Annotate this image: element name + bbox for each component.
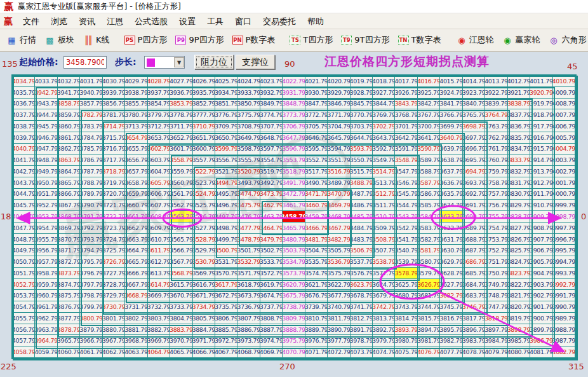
grid-cell[interactable]: 3950.79	[35, 177, 57, 189]
grid-cell[interactable]: 3556.79	[215, 154, 237, 166]
grid-cell[interactable]: 3704.79	[328, 121, 350, 132]
menu-item-窗口[interactable]: 窗口	[229, 15, 257, 27]
grid-cell[interactable]: 3935.79	[193, 87, 215, 99]
grid-cell[interactable]: 3536.79	[328, 256, 350, 268]
toolbar-button-K线[interactable]: ║║K线	[83, 34, 110, 46]
grid-cell[interactable]: 3880.79	[103, 324, 125, 336]
grid-cell[interactable]: 3763.79	[485, 121, 507, 132]
grid-cell[interactable]: 3480.79	[283, 234, 305, 245]
grid-cell[interactable]: 3938.79	[125, 87, 147, 99]
grid-cell[interactable]: 3753.79	[485, 234, 507, 245]
grid-cell[interactable]: 3726.79	[103, 256, 125, 268]
grid-cell[interactable]: 3841.79	[440, 99, 462, 110]
grid-cell[interactable]: 4054.79	[13, 301, 35, 313]
grid-cell[interactable]: 3488.79	[351, 177, 373, 189]
grid-cell[interactable]: 3615.79	[170, 279, 192, 291]
toolbar-button-T四方形[interactable]: TST四方形	[290, 34, 333, 46]
grid-cell[interactable]: 3906.79	[530, 245, 552, 256]
grid-cell[interactable]: 3956.79	[35, 245, 57, 256]
grid-cell[interactable]: 3932.79	[260, 87, 283, 99]
menu-item-公式选股[interactable]: 公式选股	[129, 15, 173, 27]
grid-cell[interactable]: 3563.79	[170, 211, 192, 223]
grid-cell[interactable]: 3508.79	[373, 234, 395, 245]
grid-cell[interactable]: 3715.79	[103, 132, 125, 144]
grid-cell[interactable]: 3557.79	[193, 154, 215, 166]
grid-cell[interactable]: 3885.79	[215, 324, 237, 336]
grid-cell[interactable]: 3690.79	[463, 211, 485, 223]
grid-cell[interactable]: 3845.79	[351, 99, 373, 110]
grid-cell[interactable]: 3641.79	[418, 132, 440, 144]
grid-cell[interactable]: 3583.79	[418, 223, 440, 234]
grid-cell[interactable]: 3598.79	[237, 144, 260, 155]
grid-cell[interactable]: 3510.79	[373, 211, 395, 223]
grid-cell[interactable]: 3574.79	[305, 268, 328, 279]
grid-cell[interactable]: 3461.79	[283, 200, 305, 211]
grid-cell[interactable]: 3494.79	[215, 177, 237, 189]
grid-cell[interactable]: 3506.79	[351, 245, 373, 256]
grid-cell[interactable]: 3751.79	[485, 256, 507, 268]
grid-cell[interactable]: 3602.79	[148, 144, 170, 155]
grid-cell[interactable]: 4049.79	[13, 245, 35, 256]
grid-cell[interactable]: 3511.79	[373, 200, 395, 211]
grid-cell[interactable]: 3490.79	[305, 177, 328, 189]
grid-cell[interactable]: 4028.79	[148, 76, 170, 87]
grid-cell[interactable]: 3961.79	[35, 301, 57, 313]
grid-cell[interactable]: 3955.79	[35, 234, 57, 245]
grid-cell[interactable]: 3527.79	[193, 223, 215, 234]
grid-cell[interactable]: 3657.79	[125, 166, 147, 177]
grid-cell[interactable]: 3849.79	[260, 99, 283, 110]
grid-cell[interactable]: 3575.79	[328, 268, 350, 279]
grid-cell[interactable]: 3838.79	[508, 99, 530, 110]
grid-cell[interactable]: 3555.79	[237, 154, 260, 166]
grid-cell[interactable]: 3476.79	[237, 211, 260, 223]
grid-cell[interactable]: 3724.79	[103, 234, 125, 245]
grid-cell[interactable]: 3995.79	[553, 245, 575, 256]
grid-cell[interactable]: 3712.79	[148, 121, 170, 132]
grid-cell[interactable]: 3936.79	[170, 87, 192, 99]
grid-cell[interactable]: 3540.79	[395, 245, 417, 256]
grid-cell[interactable]: 3732.79	[148, 301, 170, 313]
menu-item-浏览[interactable]: 浏览	[45, 15, 73, 27]
grid-cell[interactable]: 3775.79	[237, 109, 260, 121]
grid-cell[interactable]: 3627.79	[440, 279, 462, 291]
grid-cell[interactable]: 3560.79	[170, 177, 192, 189]
grid-cell[interactable]: 4075.79	[395, 346, 417, 358]
grid-cell[interactable]: 3697.79	[463, 132, 485, 144]
grid-cell[interactable]: 3836.79	[508, 121, 530, 132]
grid-cell[interactable]: 3514.79	[373, 166, 395, 177]
grid-cell[interactable]: 3890.79	[328, 324, 350, 336]
grid-cell[interactable]: 4072.79	[328, 346, 350, 358]
grid-cell[interactable]: 3854.79	[148, 99, 170, 110]
grid-cell[interactable]: 3531.79	[215, 256, 237, 268]
grid-cell[interactable]: 3781.79	[103, 109, 125, 121]
grid-cell[interactable]: 3558.79	[170, 154, 192, 166]
grid-cell[interactable]: 3721.79	[103, 200, 125, 211]
toolbar-button-江恩轮[interactable]: ◉江恩轮	[455, 34, 493, 46]
grid-cell[interactable]: 4066.79	[193, 346, 215, 358]
grid-cell[interactable]: 3959.79	[35, 279, 57, 291]
grid-cell[interactable]: 3919.79	[530, 99, 552, 110]
grid-cell[interactable]: 4045.79	[13, 200, 35, 211]
grid-cell[interactable]: 3805.79	[193, 313, 215, 324]
grid-cell[interactable]: 3750.79	[485, 268, 507, 279]
grid-cell[interactable]: 3512.79	[373, 189, 395, 200]
grid-cell[interactable]: 3604.79	[148, 166, 170, 177]
grid-cell[interactable]: 3702.79	[373, 121, 395, 132]
grid-cell[interactable]: 4038.79	[13, 121, 35, 132]
grid-cell[interactable]: 3537.79	[351, 256, 373, 268]
grid-cell[interactable]: 3734.79	[193, 301, 215, 313]
grid-cell[interactable]: 3921.79	[508, 87, 530, 99]
grid-cell[interactable]: 3991.79	[553, 290, 575, 301]
grid-cell[interactable]: 3611.79	[148, 245, 170, 256]
grid-cell[interactable]: 3662.79	[125, 223, 147, 234]
grid-cell[interactable]: 3530.79	[193, 256, 215, 268]
grid-cell[interactable]: 4017.79	[395, 76, 417, 87]
grid-cell[interactable]: 3923.79	[463, 87, 485, 99]
grid-cell[interactable]: 3842.79	[418, 99, 440, 110]
grid-cell[interactable]: 3847.79	[305, 99, 328, 110]
grid-cell[interactable]: 3553.79	[283, 154, 305, 166]
grid-cell[interactable]: 3584.79	[418, 211, 440, 223]
grid-cell[interactable]: 3762.79	[485, 132, 507, 144]
grid-cell[interactable]: 3653.79	[148, 132, 170, 144]
grid-cell[interactable]: 3998.79	[553, 211, 575, 223]
